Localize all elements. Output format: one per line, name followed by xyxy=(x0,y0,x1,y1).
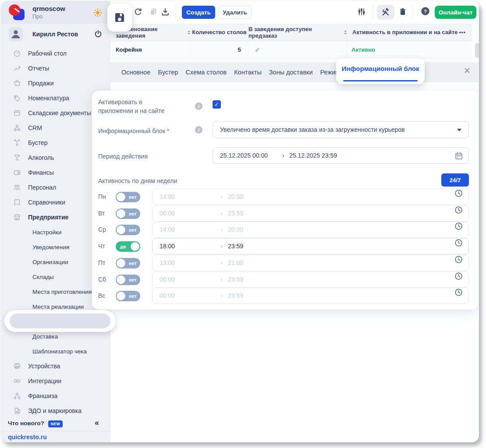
whats-new-label[interactable]: Что нового? xyxy=(8,420,44,427)
time-range-input[interactable]: 14:00›20:00 xyxy=(152,189,469,205)
cell-activity-status: Активно xyxy=(347,41,472,58)
franchise-icon xyxy=(13,392,21,400)
sidebar-item[interactable]: Рабочий стол xyxy=(1,46,110,61)
clock-icon[interactable] xyxy=(454,222,463,230)
sidebar-item-label: ЭДО и маркировка xyxy=(28,407,82,414)
clock-icon[interactable] xyxy=(454,288,463,296)
activate-checkbox[interactable]: ✓ xyxy=(213,100,221,109)
calendar-icon[interactable] xyxy=(454,152,463,160)
tab-item[interactable]: Зоны доставки xyxy=(269,69,313,76)
clock-icon[interactable] xyxy=(454,255,463,264)
table-row[interactable]: Кофейня 5 ✓ Активно xyxy=(110,41,472,59)
info-block-select[interactable]: Увеличено время доставки заказа из-за за… xyxy=(213,121,469,138)
range-chevron-icon: › xyxy=(282,148,284,163)
integrations-icon xyxy=(13,377,21,385)
tab-info-block[interactable]: Информационный блок xyxy=(336,65,425,72)
tab-item[interactable]: Схема столов xyxy=(186,69,227,76)
refresh-icon[interactable] xyxy=(134,7,142,16)
time-range-input[interactable]: 00:00›23:59 xyxy=(152,288,469,304)
sidebar-item[interactable]: ЭДО и маркировка xyxy=(1,403,110,418)
create-button[interactable]: Создать xyxy=(182,6,215,19)
user-row[interactable]: Кирилл Рестов xyxy=(1,26,110,43)
weekday-toggle[interactable]: нет xyxy=(116,275,140,285)
sidebar-item-venues-pill[interactable] xyxy=(10,314,110,328)
theme-sun-icon[interactable] xyxy=(93,8,103,18)
time-to: 23:59 xyxy=(228,239,243,254)
weekday-row: Пннет14:00›20:00 xyxy=(92,189,479,205)
weekday-toggle[interactable]: нет xyxy=(116,192,140,202)
site-link[interactable]: quickresto.ru xyxy=(8,434,47,441)
download-icon[interactable] xyxy=(161,7,170,16)
tab-item[interactable]: Основное xyxy=(121,69,150,76)
info-icon[interactable]: i xyxy=(195,102,202,110)
logout-power-icon[interactable] xyxy=(94,30,103,39)
toolbar-divider xyxy=(372,5,373,19)
sidebar-item[interactable]: Франшиза xyxy=(1,388,110,403)
toggle-knob xyxy=(117,292,125,300)
time-range-input[interactable]: 18:00›23:59 xyxy=(152,238,469,254)
active-tab-spotlight: Информационный блок xyxy=(336,58,425,84)
period-range-input[interactable]: 25.12.2025 00:00 › 25.12.2025 23:59 xyxy=(213,147,469,164)
weekday-toggle[interactable]: нет xyxy=(116,208,140,219)
toggle-state-label: нет xyxy=(129,208,137,219)
weekday-label: Сб xyxy=(98,272,106,288)
filter-sliders-icon[interactable] xyxy=(357,7,366,16)
weekday-toggle[interactable]: нет xyxy=(116,225,140,235)
warehouse-docs-icon xyxy=(13,109,21,117)
sidebar-item[interactable]: Устройства xyxy=(1,359,110,374)
weekday-toggle[interactable]: нет xyxy=(116,258,140,268)
close-icon[interactable]: ✕ xyxy=(464,67,471,75)
range-chevron-icon: › xyxy=(220,288,223,303)
sidebar-item-label: Предприятие xyxy=(28,214,68,221)
tools-button[interactable] xyxy=(377,5,394,20)
sidebar-subitem[interactable]: Шаблонизатор чека xyxy=(1,344,110,359)
weekday-row: Сбнет00:00›23:59 xyxy=(92,272,479,288)
collapse-sidebar-icon[interactable]: « xyxy=(95,418,99,427)
sidebar-item-label: Персонал xyxy=(28,184,56,191)
range-chevron-icon: › xyxy=(220,206,223,221)
clock-icon[interactable] xyxy=(454,206,463,214)
copy-icon[interactable] xyxy=(149,7,158,16)
tab-item[interactable]: Контакты xyxy=(234,69,262,76)
toggle-state-label: нет xyxy=(129,291,137,301)
sidebar-item-label: Шаблонизатор чека xyxy=(32,348,87,355)
vertical-scrollbar-thumb[interactable] xyxy=(475,43,479,58)
time-range-input[interactable]: 13:00›21:00 xyxy=(152,255,469,271)
time-range-input[interactable]: 00:00›23:59 xyxy=(152,272,469,288)
delete-button[interactable]: Удалить xyxy=(218,6,252,19)
always-24-7-button[interactable]: 24/7 xyxy=(441,173,469,187)
range-chevron-icon: › xyxy=(220,239,223,254)
sidebar-item[interactable]: Продажи xyxy=(1,76,110,91)
clock-icon[interactable] xyxy=(454,189,463,198)
venue-detail-panel: Активировать вприложении и на сайте i ✓ … xyxy=(92,91,479,310)
weekday-toggle[interactable]: да xyxy=(116,241,140,252)
clock-icon[interactable] xyxy=(454,272,463,280)
time-range-input[interactable]: 00:00›23:59 xyxy=(152,205,469,222)
sidebar-item[interactable]: Отчеты xyxy=(1,61,110,76)
save-icon[interactable] xyxy=(113,11,126,24)
sidebar-item-label: Отчеты xyxy=(28,65,49,72)
weekday-row: Вснет00:00›23:59 xyxy=(92,288,479,304)
directories-icon xyxy=(13,198,21,206)
time-from: 00:00 xyxy=(160,288,175,303)
weekday-toggle[interactable]: нет xyxy=(116,291,140,301)
tab-item[interactable]: Бустер xyxy=(158,69,178,76)
whats-new-row: Что нового? NEW « xyxy=(1,418,110,430)
time-from: 18:00 xyxy=(160,239,175,254)
info-icon[interactable]: i xyxy=(195,126,202,134)
online-chat-button[interactable]: Онлайн-чат xyxy=(435,6,476,19)
svg-text:?: ? xyxy=(424,9,427,14)
time-range-input[interactable]: 14:00›20:00 xyxy=(152,222,469,238)
sidebar-item[interactable]: Интеграции xyxy=(1,374,110,388)
dropdown-caret-icon xyxy=(457,129,461,131)
help-icon[interactable]: ? xyxy=(421,7,430,16)
column-header-label: Количество столов xyxy=(192,29,246,35)
column-header[interactable]: В заведении доступен предзаказ xyxy=(248,24,347,41)
clock-icon[interactable] xyxy=(454,239,463,247)
column-options-icon[interactable]: ••• xyxy=(459,29,472,35)
time-to: 23:59 xyxy=(228,272,243,287)
toolbar: Создать Удалить xyxy=(110,1,479,24)
column-header: Активность в приложении и на сайте••• xyxy=(347,24,472,41)
sidebar-item-label: Складские документы xyxy=(28,109,91,116)
trash-icon[interactable] xyxy=(398,7,407,16)
